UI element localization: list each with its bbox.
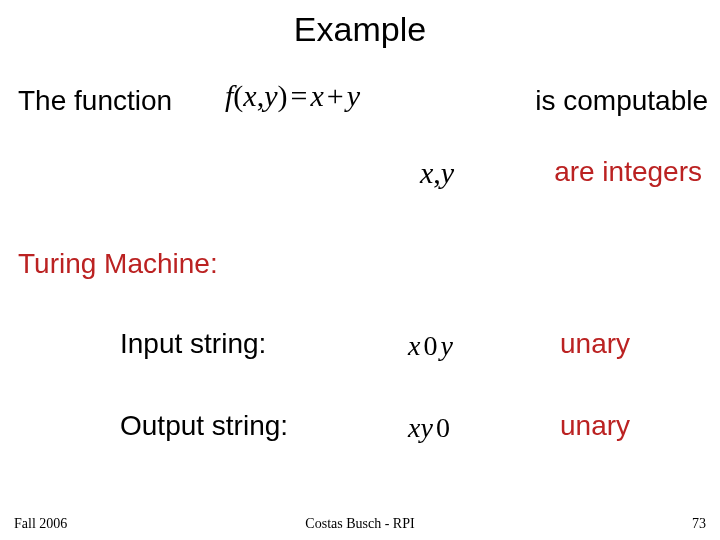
var-comma: , xyxy=(433,156,441,189)
footer-author: Costas Busch - RPI xyxy=(0,516,720,532)
output-string-expr: xy0 xyxy=(408,412,453,444)
xy-variables: x,y xyxy=(420,156,454,190)
formula-plus: + xyxy=(324,79,347,112)
formula-eq: = xyxy=(288,79,311,112)
formula-x2: x xyxy=(310,79,323,112)
output-unary-text: unary xyxy=(560,410,630,442)
var-x: x xyxy=(420,156,433,189)
input-string-expr: x0y xyxy=(408,330,453,362)
input-x: x xyxy=(408,330,420,361)
output-x: x xyxy=(408,412,420,443)
formula-y2: y xyxy=(347,79,360,112)
formula-rparen: ) xyxy=(278,79,288,112)
turing-machine-heading: Turing Machine: xyxy=(18,248,218,280)
function-formula: f(x,y)=x+y xyxy=(225,79,360,113)
input-unary-text: unary xyxy=(560,328,630,360)
var-y: y xyxy=(441,156,454,189)
slide-title: Example xyxy=(0,0,720,49)
slide-number: 73 xyxy=(692,516,706,532)
is-computable-text: is computable xyxy=(535,85,708,117)
formula-x: x xyxy=(243,79,256,112)
input-string-label: Input string: xyxy=(120,328,266,360)
output-string-label: Output string: xyxy=(120,410,288,442)
formula-y: y xyxy=(264,79,277,112)
formula-lparen: ( xyxy=(233,79,243,112)
the-function-text: The function xyxy=(18,85,172,117)
output-zero: 0 xyxy=(433,412,453,443)
input-zero: 0 xyxy=(420,330,440,361)
are-integers-text: are integers xyxy=(554,156,702,188)
output-y: y xyxy=(420,412,432,443)
input-y: y xyxy=(440,330,452,361)
